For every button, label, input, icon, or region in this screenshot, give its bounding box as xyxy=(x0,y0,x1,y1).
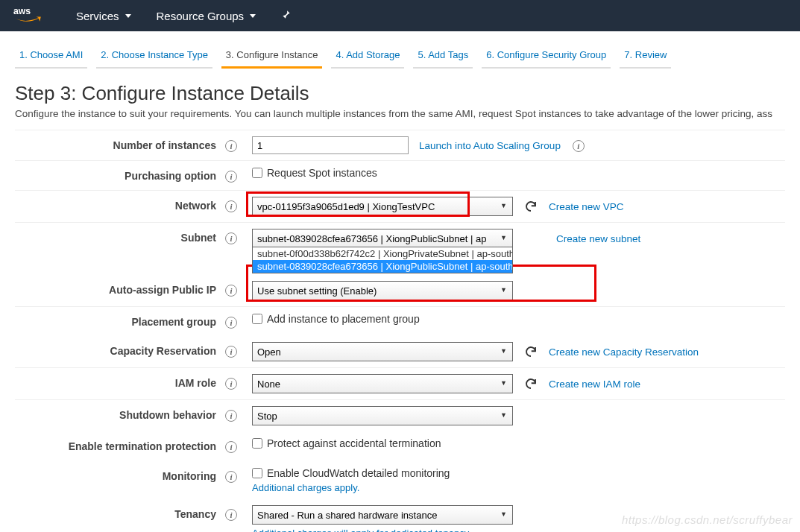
row-num-instances: Number of instances i Launch into Auto S… xyxy=(15,130,785,160)
num-instances-input[interactable] xyxy=(252,136,409,154)
row-placement: Placement group i Add instance to placem… xyxy=(15,306,785,336)
row-purchasing: Purchasing option i Request Spot instanc… xyxy=(15,160,785,190)
pin-icon[interactable] xyxy=(281,9,292,22)
placement-checkbox-row[interactable]: Add instance to placement group xyxy=(252,313,420,325)
placement-checkbox-label: Add instance to placement group xyxy=(267,313,420,325)
label-auto-ip: Auto-assign Public IP xyxy=(15,281,224,296)
page-description: Configure the instance to suit your requ… xyxy=(15,108,785,119)
aws-logo[interactable]: aws xyxy=(13,5,48,26)
create-iam-link[interactable]: Create new IAM role xyxy=(549,379,640,390)
row-auto-ip: Auto-assign Public IP i Use subnet setti… xyxy=(15,275,785,306)
subnet-option-selected[interactable]: subnet-0839028cfea673656 | XiongPublicSu… xyxy=(253,260,512,273)
info-icon[interactable]: i xyxy=(224,437,239,453)
label-termination: Enable termination protection xyxy=(15,437,224,452)
row-shutdown: Shutdown behavior i Stop xyxy=(15,399,785,431)
label-placement: Placement group xyxy=(15,313,224,328)
nav-resource-groups-label: Resource Groups xyxy=(157,10,245,22)
row-termination: Enable termination protection i Protect … xyxy=(15,431,785,461)
nav-services[interactable]: Services xyxy=(76,10,131,22)
info-icon[interactable]: i xyxy=(571,139,586,152)
top-nav: aws Services Resource Groups xyxy=(0,0,800,31)
nav-services-label: Services xyxy=(76,10,119,22)
tenancy-charges-text: Additional charges will apply for dedica… xyxy=(252,528,785,532)
create-subnet-link[interactable]: Create new subnet xyxy=(556,233,640,244)
info-icon[interactable]: i xyxy=(224,197,239,212)
nav-resource-groups[interactable]: Resource Groups xyxy=(157,10,256,22)
termination-checkbox-label: Protect against accidental termination xyxy=(267,437,441,449)
label-num-instances: Number of instances xyxy=(15,136,224,151)
info-icon[interactable]: i xyxy=(224,281,239,297)
termination-checkbox[interactable] xyxy=(252,438,262,449)
row-capacity: Capacity Reservation i Open Create new C… xyxy=(15,336,785,367)
info-icon[interactable]: i xyxy=(224,467,239,483)
create-vpc-link[interactable]: Create new VPC xyxy=(549,201,624,212)
page-title: Step 3: Configure Instance Details xyxy=(15,82,785,105)
tab-add-storage[interactable]: 4. Add Storage xyxy=(331,45,404,69)
monitoring-checkbox-row[interactable]: Enable CloudWatch detailed monitoring xyxy=(252,467,785,479)
info-icon[interactable]: i xyxy=(224,342,239,358)
info-icon[interactable]: i xyxy=(224,313,239,329)
refresh-icon[interactable] xyxy=(523,199,538,214)
capacity-select[interactable]: Open xyxy=(252,342,513,361)
info-icon[interactable]: i xyxy=(224,505,239,521)
label-capacity: Capacity Reservation xyxy=(15,342,224,357)
placement-checkbox[interactable] xyxy=(252,314,262,324)
info-icon[interactable]: i xyxy=(224,406,239,422)
row-network: Network i vpc-01195f3a9065d1ed9 | XiongT… xyxy=(15,190,785,222)
tab-choose-ami[interactable]: 1. Choose AMI xyxy=(15,45,87,69)
refresh-icon[interactable] xyxy=(523,344,538,359)
tab-configure-instance[interactable]: 3. Configure Instance xyxy=(221,45,323,69)
auto-scaling-link[interactable]: Launch into Auto Scaling Group xyxy=(419,140,561,151)
subnet-select[interactable]: subnet-0839028cfea673656 | XiongPublicSu… xyxy=(252,229,513,248)
spot-checkbox-label: Request Spot instances xyxy=(267,167,377,179)
shutdown-select[interactable]: Stop xyxy=(252,406,513,425)
page-body: Step 3: Configure Instance Details Confi… xyxy=(0,69,800,532)
tab-choose-instance-type[interactable]: 2. Choose Instance Type xyxy=(96,45,212,69)
label-monitoring: Monitoring xyxy=(15,467,224,482)
tab-review[interactable]: 7. Review xyxy=(620,45,671,69)
label-tenancy: Tenancy xyxy=(15,505,224,520)
refresh-icon[interactable] xyxy=(523,376,538,391)
iam-select[interactable]: None xyxy=(252,374,513,393)
spot-checkbox[interactable] xyxy=(252,168,262,178)
termination-checkbox-row[interactable]: Protect against accidental termination xyxy=(252,437,441,449)
create-capacity-link[interactable]: Create new Capacity Reservation xyxy=(549,346,699,358)
network-select[interactable]: vpc-01195f3a9065d1ed9 | XiongTestVPC xyxy=(252,197,513,216)
info-icon[interactable]: i xyxy=(224,374,239,390)
monitoring-checkbox-label: Enable CloudWatch detailed monitoring xyxy=(267,467,450,479)
info-icon[interactable]: i xyxy=(224,229,239,244)
label-iam: IAM role xyxy=(15,374,224,389)
subnet-dropdown-list: subnet-0f00d338b62f742c2 | XiongPrivateS… xyxy=(252,247,513,273)
info-icon[interactable]: i xyxy=(224,167,239,183)
tab-security-group[interactable]: 6. Configure Security Group xyxy=(482,45,611,69)
monitoring-charges-link[interactable]: Additional charges apply. xyxy=(252,482,785,493)
wizard-tabs: 1. Choose AMI 2. Choose Instance Type 3.… xyxy=(0,31,800,69)
spot-checkbox-row[interactable]: Request Spot instances xyxy=(252,167,377,179)
label-purchasing: Purchasing option xyxy=(15,167,224,182)
row-subnet: Subnet i subnet-0839028cfea673656 | Xion… xyxy=(15,222,785,254)
info-icon[interactable]: i xyxy=(224,136,239,152)
tab-add-tags[interactable]: 5. Add Tags xyxy=(413,45,473,69)
label-subnet: Subnet xyxy=(15,229,224,244)
tenancy-select[interactable]: Shared - Run a shared hardware instance xyxy=(252,505,513,525)
svg-text:aws: aws xyxy=(13,6,31,16)
label-shutdown: Shutdown behavior xyxy=(15,406,224,421)
watermark: https://blog.csdn.net/scruffybear xyxy=(622,513,793,526)
auto-ip-select[interactable]: Use subnet setting (Enable) xyxy=(252,281,513,300)
label-network: Network xyxy=(15,197,224,212)
monitoring-checkbox[interactable] xyxy=(252,468,262,478)
row-monitoring: Monitoring i Enable CloudWatch detailed … xyxy=(15,461,785,499)
row-iam: IAM role i None Create new IAM role xyxy=(15,367,785,399)
subnet-option[interactable]: subnet-0f00d338b62f742c2 | XiongPrivateS… xyxy=(253,247,512,260)
